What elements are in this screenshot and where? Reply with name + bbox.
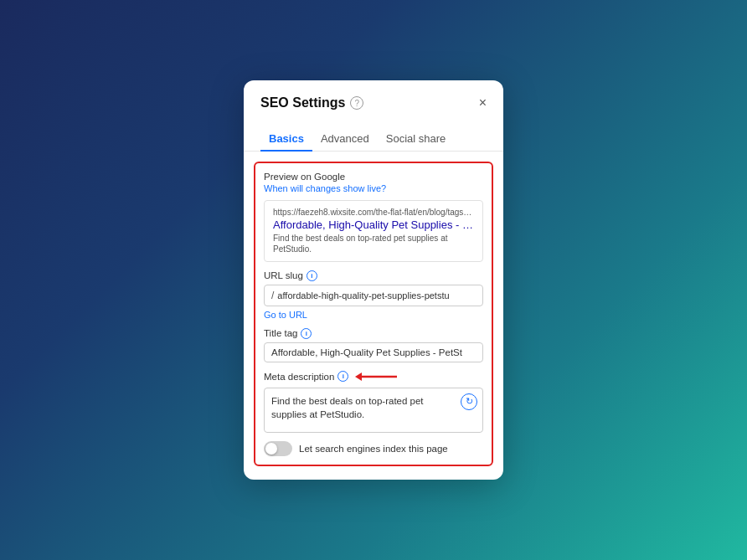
modal-title: SEO Settings bbox=[260, 95, 345, 110]
toggle-knob bbox=[265, 443, 277, 455]
title-tag-input[interactable]: Affordable, High-Quality Pet Supplies - … bbox=[264, 342, 483, 362]
title-tag-section: Title tag i Affordable, High-Quality Pet… bbox=[264, 328, 483, 362]
svg-marker-1 bbox=[355, 372, 362, 381]
tab-basics[interactable]: Basics bbox=[260, 127, 312, 152]
help-icon[interactable]: ? bbox=[350, 96, 363, 110]
seo-settings-modal: SEO Settings ? × Basics Advanced Social … bbox=[244, 80, 503, 480]
meta-desc-info-icon[interactable]: i bbox=[337, 371, 348, 382]
url-slug-value: affordable-high-quality-pet-supplies-pet… bbox=[277, 290, 449, 301]
url-slug-input[interactable]: / affordable-high-quality-pet-supplies-p… bbox=[264, 285, 483, 306]
url-slug-info-icon[interactable]: i bbox=[307, 270, 317, 281]
tabs-bar: Basics Advanced Social share bbox=[244, 117, 503, 152]
index-toggle-label: Let search engines index this page bbox=[299, 444, 448, 454]
meta-desc-input[interactable]: Find the best deals on top-rated pet sup… bbox=[264, 388, 483, 433]
preview-label: Preview on Google bbox=[264, 172, 483, 182]
meta-desc-wrapper: Find the best deals on top-rated pet sup… bbox=[264, 388, 483, 433]
google-preview-url: https://faezeh8.wixsite.com/the-flat-fla… bbox=[273, 208, 474, 217]
close-icon[interactable]: × bbox=[479, 96, 487, 110]
modal-header: SEO Settings ? × bbox=[244, 80, 503, 110]
title-tag-info-icon[interactable]: i bbox=[301, 328, 312, 339]
url-slug-label-row: URL slug i bbox=[264, 270, 483, 281]
meta-desc-refresh-button[interactable]: ↻ bbox=[461, 393, 477, 410]
meta-desc-label-row: Meta description i bbox=[264, 369, 483, 384]
google-preview-title: Affordable, High-Quality Pet Supplies - … bbox=[273, 218, 474, 231]
modal-body: Preview on Google When will changes show… bbox=[244, 152, 503, 480]
index-toggle[interactable] bbox=[264, 441, 292, 456]
url-slug-slash: / bbox=[271, 290, 274, 301]
red-arrow-annotation bbox=[355, 369, 401, 384]
meta-desc-label: Meta description bbox=[264, 372, 334, 382]
google-preview-section: Preview on Google When will changes show… bbox=[264, 172, 483, 262]
url-slug-label: URL slug bbox=[264, 270, 303, 280]
url-slug-section: URL slug i / affordable-high-quality-pet… bbox=[264, 270, 483, 321]
tab-advanced[interactable]: Advanced bbox=[312, 127, 378, 152]
tab-social-share[interactable]: Social share bbox=[378, 127, 455, 152]
title-tag-label: Title tag bbox=[264, 328, 297, 338]
google-preview-box: https://faezeh8.wixsite.com/the-flat-fla… bbox=[264, 200, 483, 262]
meta-desc-section: Meta description i Find the best dea bbox=[264, 369, 483, 433]
when-changes-link[interactable]: When will changes show live? bbox=[264, 183, 483, 193]
modal-title-row: SEO Settings ? bbox=[260, 95, 363, 110]
google-preview-desc: Find the best deals on top-rated pet sup… bbox=[273, 233, 474, 254]
title-tag-label-row: Title tag i bbox=[264, 328, 483, 339]
go-to-url-link[interactable]: Go to URL bbox=[264, 310, 307, 320]
index-toggle-row: Let search engines index this page bbox=[264, 441, 483, 456]
content-box: Preview on Google When will changes show… bbox=[254, 162, 493, 466]
